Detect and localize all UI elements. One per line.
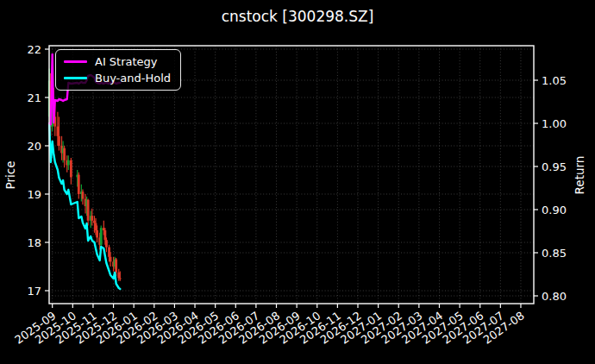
y-tick-label-left: 19: [27, 188, 41, 201]
legend: AI Strategy Buy-and-Hold: [55, 49, 181, 91]
y-tick-label-right: 0.95: [542, 160, 567, 173]
legend-label-ai-strategy: AI Strategy: [95, 56, 158, 67]
legend-item-buy-and-hold: Buy-and-Hold: [64, 72, 172, 84]
candle-body: [78, 175, 80, 194]
y-tick-label-right: 0.80: [542, 290, 567, 303]
candle-body: [96, 230, 98, 237]
legend-label-buy-and-hold: Buy-and-Hold: [95, 72, 171, 84]
candle-body: [87, 200, 90, 221]
candle-body: [110, 257, 112, 262]
y-tick-label-left: 21: [27, 91, 41, 104]
candle-body: [67, 160, 70, 166]
y-tick-label-left: 18: [27, 236, 41, 249]
candle-body: [58, 136, 60, 146]
candle-body: [115, 260, 117, 273]
chart-figure: cnstock [300298.SZ] Price Return 2221201…: [0, 0, 595, 364]
ai-strategy-line-sample: [64, 60, 87, 63]
y-tick-label-right: 0.90: [542, 204, 567, 217]
legend-item-ai-strategy: AI Strategy: [64, 56, 172, 67]
y-tick-label-right: 1.00: [542, 117, 567, 130]
candle-body: [119, 278, 122, 279]
candle-body: [91, 216, 93, 221]
candle-body: [82, 191, 85, 198]
y-tick-label-right: 0.85: [542, 247, 567, 260]
y-tick-label-left: 20: [27, 140, 41, 153]
candle-body: [105, 240, 108, 247]
candle-body: [100, 228, 103, 245]
y-tick-label-right: 1.05: [542, 74, 567, 87]
buy-and-hold-line-sample: [64, 77, 87, 79]
candle-body: [63, 148, 66, 160]
candle-body: [70, 160, 72, 178]
y-tick-label-left: 17: [27, 285, 41, 298]
y-tick-label-left: 22: [27, 43, 41, 56]
